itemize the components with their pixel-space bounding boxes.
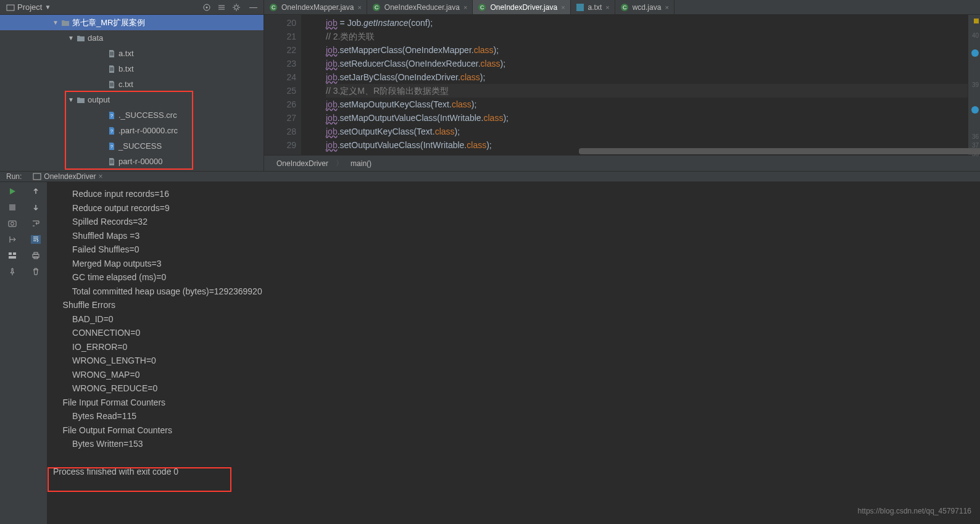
print-icon[interactable] (31, 251, 40, 260)
stop-icon[interactable] (8, 203, 17, 212)
svg-point-3 (235, 6, 238, 9)
svg-point-20 (11, 222, 14, 225)
svg-marker-17 (10, 188, 15, 194)
run-label: Run: (6, 172, 22, 181)
close-icon[interactable]: × (665, 4, 668, 11)
console-output[interactable]: Reduce input records=16 Reduce output re… (47, 171, 980, 524)
scroll-to-end-icon[interactable] (31, 235, 41, 244)
project-header: Project ▼ — (0, 0, 264, 15)
tree-item[interactable]: ?.part-r-00000.crc (0, 123, 264, 138)
editor-tab[interactable]: COneIndexMapper.java× (264, 0, 367, 14)
hide-icon[interactable]: — (249, 2, 257, 12)
locate-icon[interactable] (202, 2, 211, 12)
run-gutter (0, 171, 25, 524)
svg-text:?: ? (110, 144, 113, 149)
pin-icon[interactable] (8, 267, 17, 276)
editor-area: COneIndexMapper.java×COneIndexReducer.ja… (264, 0, 980, 171)
layout-icon[interactable] (8, 251, 17, 260)
tree-item[interactable]: ▼data (0, 30, 264, 46)
close-icon[interactable]: × (561, 4, 565, 11)
svg-text:C: C (272, 4, 276, 10)
svg-rect-18 (9, 204, 15, 210)
run-panel: Reduce input records=16 Reduce output re… (0, 171, 980, 524)
tree-item[interactable]: b.txt (0, 61, 264, 77)
svg-rect-24 (31, 235, 41, 244)
svg-text:C: C (480, 4, 484, 10)
down-icon[interactable] (31, 203, 40, 212)
project-title[interactable]: Project (17, 2, 42, 12)
svg-rect-23 (9, 256, 16, 259)
gear-icon[interactable] (232, 2, 241, 12)
editor-tab[interactable]: a.txt× (571, 0, 615, 14)
svg-rect-19 (9, 221, 16, 227)
close-icon[interactable]: × (357, 4, 361, 11)
tree-item[interactable]: ▼output (0, 92, 264, 107)
gutter: 20212223242526272829 (264, 15, 301, 155)
svg-text:C: C (623, 4, 627, 10)
project-tree[interactable]: ▼第七章_MR扩展案例▼dataa.txtb.txtc.txt▼output?.… (0, 15, 264, 171)
run-tools (25, 171, 47, 524)
project-panel: Project ▼ — ▼第七章_MR扩展案例▼dataa.txtb.txtc.… (0, 0, 264, 171)
code-lines[interactable]: job = Job.getInstance(conf);// 2.类的关联job… (301, 15, 980, 155)
exit-icon[interactable] (8, 235, 17, 244)
breadcrumb[interactable]: OneIndexDriver 〉 main() (264, 155, 980, 171)
watermark: https://blog.csdn.net/qq_45797116 (858, 507, 971, 515)
horizontal-scrollbar[interactable] (579, 148, 980, 154)
svg-rect-22 (13, 252, 16, 255)
editor-tab[interactable]: Cwcd.java× (615, 0, 675, 14)
close-icon[interactable]: × (98, 172, 102, 181)
svg-rect-26 (34, 252, 38, 254)
tree-item[interactable]: ?._SUCCESS.crc (0, 107, 264, 123)
svg-rect-16 (33, 173, 41, 180)
chevron-down-icon[interactable]: ▼ (44, 4, 51, 10)
editor-tab[interactable]: COneIndexDriver.java× (473, 0, 570, 14)
close-icon[interactable]: × (605, 4, 609, 11)
run-tab[interactable]: OneIndexDriver × (28, 172, 107, 181)
softwrap-icon[interactable] (31, 219, 40, 228)
run-config-icon (33, 172, 41, 181)
tree-item[interactable]: part-r-00000 (0, 154, 264, 169)
up-icon[interactable] (31, 187, 40, 196)
svg-text:C: C (375, 4, 379, 10)
rerun-icon[interactable] (8, 187, 17, 196)
editor-tabs: COneIndexMapper.java×COneIndexReducer.ja… (264, 0, 980, 15)
error-stripe[interactable]: 4039363738 (968, 15, 980, 155)
run-toolwindow-header: Run: OneIndexDriver × (0, 171, 980, 182)
tree-item[interactable]: ?_SUCCESS (0, 138, 264, 154)
tree-item[interactable]: ▼第七章_MR扩展案例 (0, 15, 264, 30)
svg-rect-21 (9, 252, 12, 255)
svg-rect-13 (576, 4, 584, 11)
code-view[interactable]: 20212223242526272829 job = Job.getInstan… (264, 15, 980, 155)
svg-point-2 (206, 7, 208, 9)
collapse-icon[interactable] (217, 2, 226, 12)
tree-item[interactable]: c.txt (0, 77, 264, 92)
svg-text:?: ? (110, 114, 113, 118)
tree-item[interactable]: a.txt (0, 46, 264, 61)
svg-rect-0 (7, 5, 14, 10)
breadcrumb-class[interactable]: OneIndexDriver (276, 159, 328, 168)
editor-tab[interactable]: COneIndexReducer.java× (367, 0, 473, 14)
screenshot-icon[interactable] (8, 219, 17, 228)
close-icon[interactable]: × (463, 4, 467, 11)
project-icon (6, 3, 15, 12)
svg-text:?: ? (110, 129, 113, 133)
breadcrumb-method[interactable]: main() (351, 159, 372, 168)
trash-icon[interactable] (31, 267, 40, 276)
